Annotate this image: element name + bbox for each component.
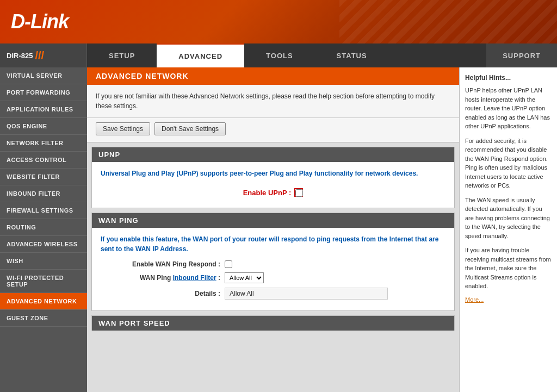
main-content: ADVANCED NETWORK If you are not familiar… [87,67,459,392]
wan-ping-inbound-row: WAN Ping Inbound Filter : Allow All Deny… [101,272,445,283]
tab-support[interactable]: SUPPORT [486,43,557,67]
sidebar-item-advanced-wireless[interactable]: ADVANCED WIRELESS [0,236,87,253]
wan-ping-enable-checkbox[interactable] [225,260,232,268]
support-hint-3: If you are having trouble receiving mult… [465,246,552,291]
sidebar-item-application-rules[interactable]: APPLICATION RULES [0,101,87,118]
sidebar-item-website-filter[interactable]: WEBSITE FILTER [0,169,87,185]
support-more-link[interactable]: More... [465,296,552,303]
main-layout: VIRTUAL SERVER PORT FORWARDING APPLICATI… [0,67,557,392]
wan-ping-details-value: Allow All [225,288,388,300]
nav-tabs: SETUP ADVANCED TOOLS STATUS [87,43,486,67]
support-hint-2: The WAN speed is usually detected automa… [465,196,552,241]
sidebar: VIRTUAL SERVER PORT FORWARDING APPLICATI… [0,67,87,392]
support-panel: Helpful Hints... UPnP helps other UPnP L… [459,67,557,392]
wan-ping-details-row: Details : Allow All [101,288,445,300]
upnp-section-body: Universal Plug and Play (UPnP) supports … [92,162,454,208]
sidebar-item-wifi-protected-setup[interactable]: WI-FI PROTECTED SETUP [0,270,87,293]
wan-port-speed-header: WAN PORT SPEED [91,315,455,331]
upnp-enable-label: Enable UPnP : [243,189,292,197]
upnp-enable-row: Enable UPnP : [101,184,445,201]
upnp-section-header: UPNP [92,147,454,162]
wan-ping-description: If you enable this feature, the WAN port… [101,234,445,254]
wan-ping-section-header: WAN PING [92,213,454,228]
sidebar-item-virtual-server[interactable]: VIRTUAL SERVER [0,67,87,84]
model-badge: DIR-825 /// [0,43,87,67]
sidebar-item-advanced-network[interactable]: ADVANCED NETWORK [0,293,87,310]
upnp-description: Universal Plug and Play (UPnP) supports … [101,169,445,178]
sidebar-item-inbound-filter[interactable]: INBOUND FILTER [0,185,87,202]
sidebar-item-access-control[interactable]: ACCESS CONTROL [0,152,87,169]
sidebar-item-qos-engine[interactable]: QOS ENGINE [0,118,87,135]
tab-tools[interactable]: TOOLS [244,43,315,67]
upnp-enable-checkbox[interactable] [295,189,303,197]
page-title: ADVANCED NETWORK [87,67,459,85]
tab-status[interactable]: STATUS [315,43,389,67]
support-hint-0: UPnP helps other UPnP LAN hosts interope… [465,86,552,131]
inbound-filter-link[interactable]: Inbound Filter [173,274,216,282]
wan-ping-section: WAN PING If you enable this feature, the… [91,213,455,311]
support-hint-1: For added security, it is recommended th… [465,136,552,190]
sidebar-item-wish[interactable]: WISH [0,253,87,270]
model-name: DIR-825 [7,52,33,60]
sidebar-item-firewall-settings[interactable]: FIREWALL SETTINGS [0,202,87,219]
save-settings-button[interactable]: Save Settings [96,122,150,135]
header: D-Link [0,0,557,43]
upnp-enable-checkbox-wrapper [294,188,303,197]
content-area: ADVANCED NETWORK If you are not familiar… [87,67,557,392]
wan-ping-enable-label: Enable WAN Ping Respond : [112,260,220,268]
nav-bar: DIR-825 /// SETUP ADVANCED TOOLS STATUS … [0,43,557,67]
sidebar-item-routing[interactable]: ROUTING [0,219,87,236]
tab-setup[interactable]: SETUP [87,43,157,67]
wan-ping-section-body: If you enable this feature, the WAN port… [92,228,454,310]
inbound-filter-dropdown[interactable]: Allow All Deny All [225,272,264,283]
sidebar-item-guest-zone[interactable]: GUEST ZONE [0,310,87,327]
sidebar-item-network-filter[interactable]: NETWORK FILTER [0,135,87,152]
upnp-section: UPNP Universal Plug and Play (UPnP) supp… [91,147,455,208]
wan-ping-enable-row: Enable WAN Ping Respond : [101,260,445,268]
support-title: Helpful Hints... [465,74,552,82]
wan-ping-inbound-label: WAN Ping Inbound Filter : [112,274,220,282]
tab-advanced[interactable]: ADVANCED [157,43,244,67]
page-description: If you are not familiar with these Advan… [87,85,459,118]
wan-ping-details-label: Details : [112,290,220,297]
button-row: Save Settings Don't Save Settings [87,118,459,142]
model-slashes: /// [35,49,44,62]
sidebar-item-port-forwarding[interactable]: PORT FORWARDING [0,84,87,101]
logo: D-Link [11,10,69,33]
dont-save-settings-button[interactable]: Don't Save Settings [154,122,226,135]
